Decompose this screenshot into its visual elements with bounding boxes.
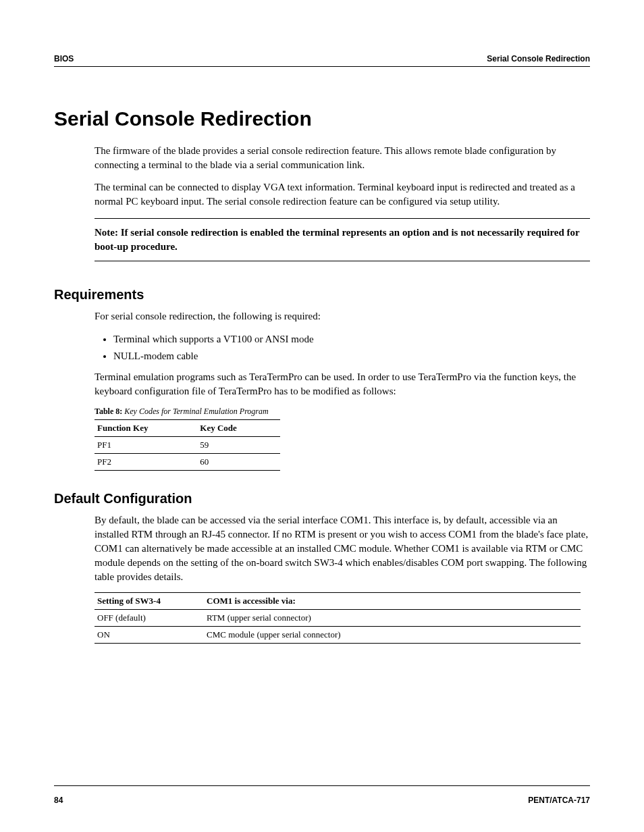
cell: OFF (default) — [95, 610, 204, 627]
cell: ON — [95, 627, 204, 644]
intro-block: The firmware of the blade provides a ser… — [95, 144, 590, 280]
th-setting: Setting of SW3-4 — [95, 593, 204, 610]
table-row: ON CMC module (upper serial connector) — [95, 627, 581, 644]
note-box: Note: If serial console redirection is e… — [95, 218, 590, 261]
caption-italic: Key Codes for Terminal Emulation Program — [122, 407, 268, 416]
list-item: NULL-modem cable — [113, 348, 590, 364]
th-func-key: Function Key — [95, 420, 197, 437]
note-text: Note: If serial console redirection is e… — [95, 226, 590, 254]
th-com1: COM1 is accessible via: — [204, 593, 581, 610]
requirements-list: Terminal which supports a VT100 or ANSI … — [95, 332, 590, 363]
cell: CMC module (upper serial connector) — [204, 627, 581, 644]
th-key-code: Key Code — [197, 420, 280, 437]
requirements-lead: For serial console redirection, the foll… — [95, 309, 590, 323]
intro-p2: The terminal can be connected to display… — [95, 180, 590, 209]
table-row: OFF (default) RTM (upper serial connecto… — [95, 610, 581, 627]
requirements-block: For serial console redirection, the foll… — [95, 309, 590, 484]
requirements-after: Terminal emulation programs such as Tera… — [95, 370, 590, 398]
caption-bold: Table 8: — [95, 407, 122, 416]
cell: RTM (upper serial connector) — [204, 610, 581, 627]
header-right: Serial Console Redirection — [487, 54, 590, 63]
intro-p1: The firmware of the blade provides a ser… — [95, 144, 590, 172]
page-header: BIOS Serial Console Redirection — [54, 54, 590, 67]
default-config-p1: By default, the blade can be accessed vi… — [95, 513, 590, 584]
keycodes-table: Function Key Key Code PF1 59 PF2 60 — [95, 419, 280, 471]
table-row: PF1 59 — [95, 437, 280, 454]
cell: PF2 — [95, 454, 197, 471]
table-caption: Table 8: Key Codes for Terminal Emulatio… — [95, 407, 590, 417]
default-config-block: By default, the blade can be accessed vi… — [95, 513, 590, 657]
page-footer: 84 PENT/ATCA-717 — [54, 785, 590, 805]
cell: 60 — [197, 454, 280, 471]
table-row: PF2 60 — [95, 454, 280, 471]
default-config-heading: Default Configuration — [54, 491, 590, 506]
list-item: Terminal which supports a VT100 or ANSI … — [113, 332, 590, 347]
doc-id: PENT/ATCA-717 — [528, 796, 590, 805]
cell: PF1 — [95, 437, 197, 454]
header-left: BIOS — [54, 54, 74, 63]
sw3-table: Setting of SW3-4 COM1 is accessible via:… — [95, 592, 581, 644]
page-title: Serial Console Redirection — [54, 107, 590, 130]
cell: 59 — [197, 437, 280, 454]
page-number: 84 — [54, 796, 63, 805]
requirements-heading: Requirements — [54, 287, 590, 303]
